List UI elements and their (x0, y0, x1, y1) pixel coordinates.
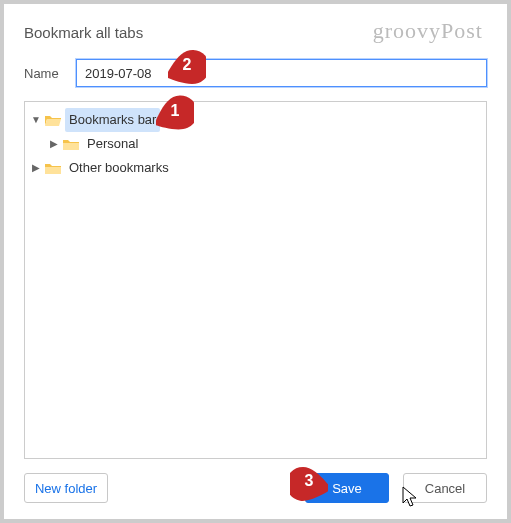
chevron-right-icon[interactable]: ▶ (31, 157, 41, 179)
tree-item-bookmarks-bar[interactable]: ▼ Bookmarks bar (31, 108, 482, 132)
chevron-right-icon[interactable]: ▶ (49, 133, 59, 155)
save-button[interactable]: Save (305, 473, 389, 503)
chevron-down-icon[interactable]: ▼ (31, 109, 41, 131)
dialog-title: Bookmark all tabs (24, 24, 487, 41)
name-input[interactable] (76, 59, 487, 87)
folder-icon (45, 162, 61, 175)
bookmark-all-tabs-dialog: groovyPost Bookmark all tabs Name ▼ Book… (8, 8, 503, 515)
name-label: Name (24, 66, 76, 81)
tree-item-other-bookmarks[interactable]: ▶ Other bookmarks (31, 156, 482, 180)
folder-icon (63, 138, 79, 151)
tree-item-label: Other bookmarks (65, 156, 173, 180)
new-folder-button[interactable]: New folder (24, 473, 108, 503)
tree-item-personal[interactable]: ▶ Personal (49, 132, 482, 156)
folder-tree[interactable]: ▼ Bookmarks bar ▶ Persona (24, 101, 487, 459)
tree-item-label: Personal (83, 132, 142, 156)
cancel-button[interactable]: Cancel (403, 473, 487, 503)
folder-open-icon (45, 114, 61, 127)
tree-item-label: Bookmarks bar (65, 108, 160, 132)
